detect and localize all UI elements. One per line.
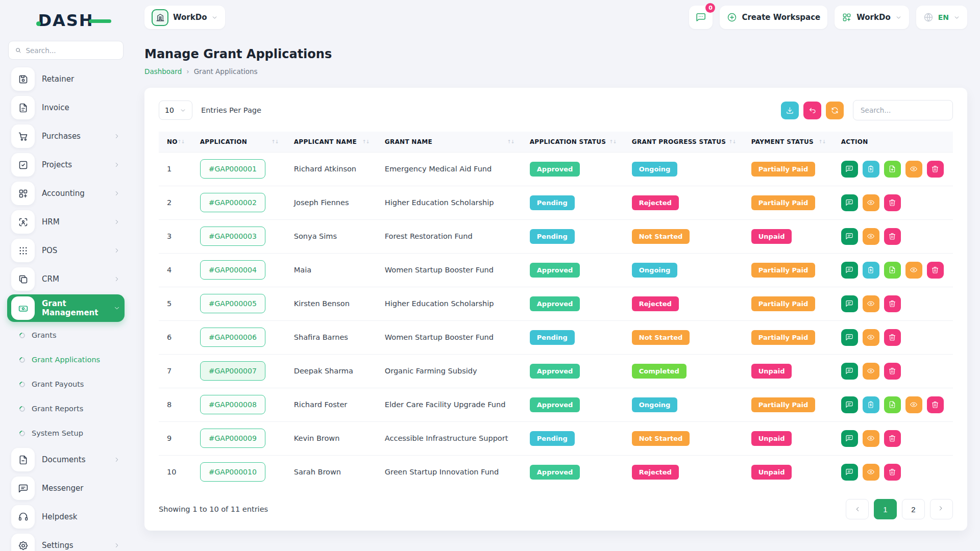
add-report-button[interactable]	[884, 396, 901, 413]
sidebar-item-invoice[interactable]: Invoice	[7, 93, 125, 122]
create-workspace-button[interactable]: Create Workspace	[720, 6, 827, 29]
reset-button[interactable]	[803, 102, 821, 119]
application-id-badge[interactable]: #GAP000003	[200, 227, 265, 246]
column-header-grant-progress-status[interactable]: GRANT PROGRESS STATUS↑↓	[628, 132, 747, 152]
sidebar-item-hrm[interactable]: HRM	[7, 208, 125, 236]
breadcrumb-dashboard-link[interactable]: Dashboard	[144, 67, 182, 76]
sidebar-item-purchases[interactable]: Purchases	[7, 122, 125, 151]
sidebar-subitem-grant-reports[interactable]: Grant Reports	[7, 396, 125, 421]
previous-page-button[interactable]	[846, 499, 869, 519]
view-button[interactable]	[863, 228, 879, 245]
view-button[interactable]	[863, 464, 879, 481]
application-id-badge[interactable]: #GAP000009	[200, 429, 265, 448]
sidebar-item-documents[interactable]: Documents	[7, 445, 125, 474]
column-header-application[interactable]: APPLICATION↑↓	[196, 132, 290, 152]
delete-button[interactable]	[884, 295, 901, 312]
next-page-button[interactable]	[930, 499, 953, 519]
chat-button[interactable]	[841, 228, 858, 245]
workspace-switcher[interactable]: WorkDo	[144, 6, 225, 29]
sort-icon[interactable]: ↑↓	[362, 139, 370, 144]
message-icon	[845, 468, 853, 476]
message-icon	[845, 198, 853, 207]
view-button[interactable]	[905, 161, 922, 178]
view-button[interactable]	[863, 363, 879, 380]
application-id-badge[interactable]: #GAP000007	[200, 361, 265, 381]
refresh-button[interactable]	[826, 102, 844, 119]
application-id-badge[interactable]: #GAP000004	[200, 260, 265, 280]
delete-button[interactable]	[927, 161, 944, 178]
export-button[interactable]	[781, 102, 799, 119]
add-report-button[interactable]	[884, 161, 901, 178]
application-id-badge[interactable]: #GAP000001	[200, 159, 265, 179]
table-search-input[interactable]	[853, 100, 953, 120]
chat-button[interactable]	[841, 396, 858, 413]
language-selector[interactable]: EN	[916, 6, 967, 29]
delete-button[interactable]	[884, 194, 901, 211]
chat-button[interactable]	[841, 194, 858, 211]
delete-button[interactable]	[927, 396, 944, 413]
page-2-button[interactable]: 2	[902, 499, 925, 519]
sidebar-subitem-grants[interactable]: Grants	[7, 323, 125, 347]
sort-icon[interactable]: ↑↓	[507, 139, 514, 144]
view-button[interactable]	[863, 430, 879, 447]
sidebar-item-accounting[interactable]: Accounting	[7, 179, 125, 208]
sort-icon[interactable]: ↑↓	[819, 139, 826, 144]
column-header-grant-name[interactable]: GRANT NAME↑↓	[381, 132, 526, 152]
chat-button[interactable]	[841, 464, 858, 481]
delete-button[interactable]	[884, 464, 901, 481]
payment-status-badge: Partially Paid	[751, 397, 815, 412]
sidebar-item-projects[interactable]: Projects	[7, 151, 125, 179]
sort-icon[interactable]: ↑↓	[609, 139, 617, 144]
application-id-badge[interactable]: #GAP000010	[200, 462, 265, 482]
chat-button[interactable]	[841, 430, 858, 447]
column-header-applicant-name[interactable]: APPLICANT NAME↑↓	[290, 132, 381, 152]
workdo-menu-button[interactable]: WorkDo	[835, 6, 909, 29]
sort-icon[interactable]: ↑↓	[272, 139, 279, 144]
sidebar-item-retainer[interactable]: Retainer	[7, 65, 125, 93]
payout-button[interactable]	[863, 396, 879, 413]
column-header-payment-status[interactable]: PAYMENT STATUS↑↓	[747, 132, 837, 152]
sidebar-item-grant-management[interactable]: Grant Management	[7, 294, 125, 322]
view-button[interactable]	[905, 262, 922, 279]
application-id-badge[interactable]: #GAP000002	[200, 193, 265, 212]
sidebar-item-pos[interactable]: POS	[7, 236, 125, 265]
sort-icon[interactable]: ↑↓	[178, 139, 185, 144]
delete-button[interactable]	[884, 228, 901, 245]
payout-button[interactable]	[863, 161, 879, 178]
chat-button[interactable]	[841, 295, 858, 312]
sidebar-item-crm[interactable]: CRM	[7, 265, 125, 293]
sort-icon[interactable]: ↑↓	[729, 139, 736, 144]
delete-button[interactable]	[884, 363, 901, 380]
sidebar-search-input[interactable]	[26, 46, 117, 55]
application-id-badge[interactable]: #GAP000005	[200, 294, 265, 313]
add-report-button[interactable]	[884, 262, 901, 279]
sidebar-search[interactable]	[8, 41, 124, 60]
column-header-application-status[interactable]: APPLICATION STATUS↑↓	[526, 132, 628, 152]
column-header-no[interactable]: NO↑↓	[159, 132, 196, 152]
application-id-badge[interactable]: #GAP000006	[200, 328, 265, 347]
sidebar-item-messenger[interactable]: Messenger	[7, 474, 125, 503]
logo-dash-bar	[89, 19, 111, 23]
application-id-badge[interactable]: #GAP000008	[200, 395, 265, 414]
sidebar-subitem-grant-applications[interactable]: Grant Applications	[7, 347, 125, 372]
cell-payment-status: Partially Paid	[747, 388, 837, 421]
payout-button[interactable]	[863, 262, 879, 279]
view-button[interactable]	[863, 329, 879, 346]
sidebar-subitem-grant-payouts[interactable]: Grant Payouts	[7, 372, 125, 396]
sidebar-subitem-system-setup[interactable]: System Setup	[7, 421, 125, 445]
chat-button[interactable]	[841, 363, 858, 380]
sidebar-item-helpdesk[interactable]: Helpdesk	[7, 503, 125, 531]
delete-button[interactable]	[884, 329, 901, 346]
entries-per-page-select[interactable]: 10	[159, 101, 192, 120]
view-button[interactable]	[863, 295, 879, 312]
chat-button[interactable]	[841, 329, 858, 346]
messages-button[interactable]: 0	[689, 6, 713, 29]
delete-button[interactable]	[884, 430, 901, 447]
chat-button[interactable]	[841, 262, 858, 279]
sidebar-item-settings[interactable]: Settings	[7, 531, 125, 551]
view-button[interactable]	[863, 194, 879, 211]
page-1-button[interactable]: 1	[874, 499, 897, 519]
view-button[interactable]	[905, 396, 922, 413]
chat-button[interactable]	[841, 161, 858, 178]
delete-button[interactable]	[927, 262, 944, 279]
